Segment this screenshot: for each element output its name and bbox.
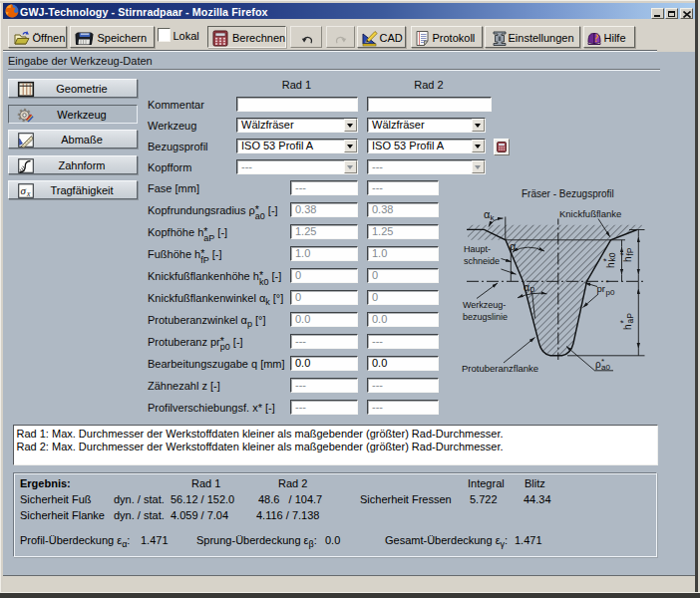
svg-text:Fräser - Bezugsprofil: Fräser - Bezugsprofil <box>522 188 614 199</box>
svg-text:*: * <box>606 278 609 287</box>
svg-text:h: h <box>622 324 633 330</box>
svg-text:h: h <box>622 256 633 262</box>
svg-text:Werkzeug-: Werkzeug- <box>463 300 506 310</box>
svg-text:h: h <box>605 262 616 268</box>
svg-text:aP: aP <box>625 313 635 324</box>
svg-text:fP: fP <box>625 247 635 255</box>
svg-text:p0: p0 <box>606 288 615 297</box>
svg-text:Haupt-: Haupt- <box>464 244 491 254</box>
svg-text:pr: pr <box>597 283 605 294</box>
svg-text:Protuberanzflanke: Protuberanzflanke <box>462 363 538 374</box>
svg-text:Knickfußflanke: Knickfußflanke <box>559 208 621 219</box>
svg-text:k0: k0 <box>607 252 617 261</box>
svg-text:p: p <box>530 284 535 294</box>
svg-text:bezugslinie: bezugslinie <box>463 312 508 322</box>
svg-text:α: α <box>510 240 517 252</box>
svg-text:schneide: schneide <box>464 256 500 266</box>
svg-text:α: α <box>524 281 529 293</box>
